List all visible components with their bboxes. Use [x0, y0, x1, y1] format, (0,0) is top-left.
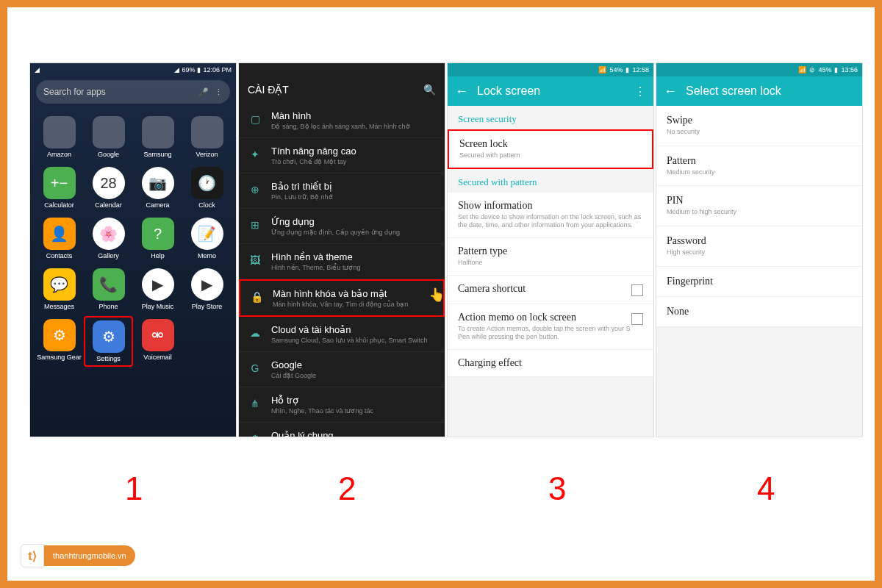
row-title: Quản lý chung: [271, 430, 394, 437]
app-label: Samsung: [143, 151, 171, 158]
signal-icon: 📶: [798, 66, 806, 74]
screen-4-select-lock: 📶 ⊘ 45% ▮ 13:56 ← Select screen lock Swi…: [656, 62, 863, 437]
app-google[interactable]: Google: [84, 113, 133, 161]
charging-effect-row[interactable]: Charging effect: [448, 350, 653, 377]
checkbox[interactable]: [631, 284, 643, 296]
lock-option-pin[interactable]: PIN Medium to high security: [656, 186, 862, 226]
app-settings[interactable]: ⚙Settings: [84, 316, 133, 367]
app-contacts[interactable]: 👤Contacts: [35, 215, 84, 262]
row-title: Cloud và tài khoản: [271, 324, 428, 335]
settings-row[interactable]: ✦ Tính năng nâng cao Trò chơi, Chế độ Mộ…: [239, 138, 445, 173]
screen-1-app-drawer: ◢ ◢ 69% ▮ 12:06 PM Search for apps 🎤 ⋮ A…: [29, 62, 237, 437]
settings-row[interactable]: ⋔ Hỗ trợ Nhìn, Nghe, Thao tác và tương t…: [239, 387, 445, 423]
row-title: Hình nền và theme: [271, 251, 360, 262]
no-sim-icon: ⊘: [809, 66, 815, 74]
app-gallery[interactable]: 🌸Gallery: [84, 215, 133, 262]
mic-icon[interactable]: 🎤: [198, 87, 209, 97]
app-label: Google: [98, 151, 119, 158]
app-label: Messages: [44, 303, 74, 310]
status-bar: 📶 54% ▮ 12:58: [448, 63, 653, 76]
step-number: 2: [338, 470, 356, 507]
app-icon: +−: [43, 167, 76, 199]
app-calendar[interactable]: 28Calendar: [84, 164, 133, 212]
app-label: Play Store: [192, 303, 223, 310]
search-icon[interactable]: 🔍: [423, 84, 436, 96]
row-desc: Medium to high security: [667, 208, 736, 217]
search-bar[interactable]: Search for apps 🎤 ⋮: [36, 80, 230, 104]
settings-row[interactable]: G Google Cài đặt Google: [239, 352, 445, 387]
show-info-row[interactable]: Show information Set the device to show …: [448, 193, 653, 238]
app-label: Phone: [98, 303, 118, 310]
row-icon: ⚙: [248, 431, 262, 437]
clock: 12:06 PM: [203, 66, 232, 74]
signal-icon: ◢: [35, 66, 40, 74]
camera-shortcut-row[interactable]: Camera shortcut: [448, 276, 653, 304]
app-play-music[interactable]: ▶Play Music: [133, 265, 182, 313]
app-icon: ?: [142, 218, 174, 250]
row-title: Camera shortcut: [458, 283, 526, 295]
row-title: Password: [667, 235, 706, 247]
app-amazon[interactable]: Amazon: [35, 113, 84, 161]
screen-lock-row[interactable]: Screen lock Secured with pattern: [448, 129, 653, 169]
app-camera[interactable]: 📷Camera: [133, 164, 182, 212]
clock: 13:56: [841, 66, 858, 74]
pattern-type-row[interactable]: Pattern type Halftone: [448, 238, 653, 276]
back-icon[interactable]: ←: [455, 84, 468, 99]
settings-row[interactable]: 🔒 Màn hình khóa và bảo mật Màn hình khóa…: [239, 279, 445, 317]
settings-row[interactable]: ☁ Cloud và tài khoản Samsung Cloud, Sao …: [239, 317, 445, 352]
settings-row[interactable]: 🖼 Hình nền và theme Hình nền, Theme, Biể…: [239, 244, 445, 279]
app-icon: [142, 116, 174, 148]
app-icon: 🕐: [191, 167, 223, 199]
row-desc: High security: [667, 248, 706, 257]
header: ← Lock screen ⋮: [448, 76, 653, 106]
row-title: PIN: [667, 195, 736, 207]
screen-3-lock-screen: 📶 54% ▮ 12:58 ← Lock screen ⋮ Screen sec…: [447, 62, 654, 437]
settings-row[interactable]: ⚙ Quản lý chung Ngôn ngữ và bàn phím, Th…: [239, 423, 445, 437]
settings-row[interactable]: ⊕ Bảo trì thiết bị Pin, Lưu trữ, Bộ nhớ: [239, 173, 445, 209]
row-desc: Trò chơi, Chế độ Một tay: [271, 158, 356, 165]
lock-option-fingerprint[interactable]: Fingerprint: [656, 267, 862, 297]
app-clock[interactable]: 🕐Clock: [182, 164, 232, 212]
lock-option-swipe[interactable]: Swipe No security: [656, 106, 862, 146]
app-grid: AmazonGoogleSamsungVerizon+−Calculator28…: [30, 107, 236, 373]
back-icon[interactable]: ←: [664, 84, 677, 99]
page-title: Lock screen: [477, 85, 625, 98]
row-title: Action memo on lock screen: [458, 312, 631, 323]
settings-row[interactable]: ▢ Màn hình Độ sáng, Bộ lọc ánh sáng xanh…: [239, 103, 445, 138]
row-icon: ⋔: [248, 396, 262, 411]
pointer-icon: 👆: [429, 287, 445, 303]
row-desc: Medium security: [667, 168, 715, 177]
row-desc: Secured with pattern: [459, 151, 520, 160]
row-icon: 🔒: [249, 290, 264, 304]
app-play-store[interactable]: ▶Play Store: [182, 265, 232, 313]
search-placeholder: Search for apps: [43, 87, 198, 97]
app-help[interactable]: ?Help: [133, 215, 182, 262]
screens-row: ◢ ◢ 69% ▮ 12:06 PM Search for apps 🎤 ⋮ A…: [29, 62, 863, 437]
more-icon[interactable]: ⋮: [215, 87, 223, 97]
app-samsung-gear[interactable]: ⚙Samsung Gear: [35, 316, 84, 367]
row-title: Màn hình khóa và bảo mật: [273, 288, 408, 299]
lock-option-password[interactable]: Password High security: [656, 226, 862, 267]
lock-option-none[interactable]: None: [656, 297, 862, 327]
row-title: Google: [271, 359, 316, 370]
app-verizon[interactable]: Verizon: [182, 113, 232, 161]
app-icon: 🌸: [93, 218, 125, 250]
settings-row[interactable]: ⊞ Ứng dụng Ứng dụng mặc định, Cấp quyền …: [239, 209, 445, 244]
action-memo-row[interactable]: Action memo on lock screen To create Act…: [448, 304, 653, 350]
app-messages[interactable]: 💬Messages: [35, 265, 84, 313]
app-voicemail[interactable]: ⚮Voicemail: [133, 316, 182, 367]
app-samsung[interactable]: Samsung: [133, 113, 182, 161]
section-header: Secured with pattern: [448, 169, 653, 193]
app-label: Calendar: [95, 201, 122, 209]
more-icon[interactable]: ⋮: [634, 85, 646, 98]
app-phone[interactable]: 📞Phone: [84, 265, 133, 313]
battery-percent: 69%: [182, 66, 195, 74]
app-memo[interactable]: 📝Memo: [182, 215, 232, 262]
battery-icon: ▮: [625, 66, 629, 74]
app-calculator[interactable]: +−Calculator: [35, 164, 84, 212]
row-title: Screen lock: [459, 138, 520, 150]
checkbox[interactable]: [631, 313, 643, 325]
lock-option-pattern[interactable]: Pattern Medium security: [656, 146, 862, 187]
row-desc: Set the device to show information on th…: [458, 213, 643, 230]
row-desc: Pin, Lưu trữ, Bộ nhớ: [271, 193, 333, 201]
